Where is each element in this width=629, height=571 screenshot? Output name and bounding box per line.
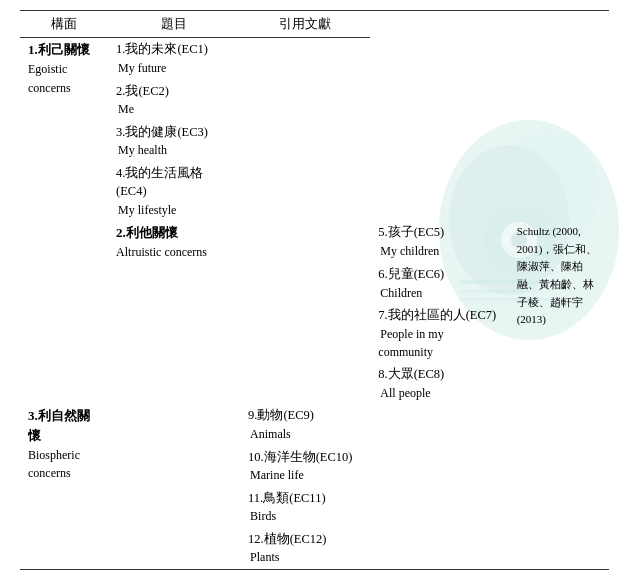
item-ec6: 6.兒童(EC6) Children xyxy=(370,263,508,304)
table-row: 1.利己關懷 Egoistic concerns 1.我的未來(EC1) My … xyxy=(20,38,609,80)
page-container: 構面 題目 引用文獻 1.利己關懷 Egoistic concerns 1.我的… xyxy=(0,0,629,571)
item-ec10: 10.海洋生物(EC10) Marine life xyxy=(240,446,370,487)
section1-label: 1.利己關懷 Egoistic concerns xyxy=(20,38,108,405)
item-ec3: 3.我的健康(EC3) My health xyxy=(108,121,240,162)
item-ec12: 12.植物(EC12) Plants xyxy=(240,528,370,570)
item-ec4: 4.我的生活風格(EC4) My lifestyle xyxy=(108,162,240,222)
item-ec9: 9.動物(EC9) Animals xyxy=(240,404,370,446)
item-ec7: 7.我的社區的人(EC7) People in my community xyxy=(370,304,508,363)
item-ec5: 5.孩子(EC5) My children xyxy=(370,221,508,263)
item-ec8: 8.大眾(EC8) All people xyxy=(370,363,508,404)
header-item: 題目 xyxy=(108,11,240,38)
item-ec2: 2.我(EC2) Me xyxy=(108,80,240,121)
section3-label: 3.利自然關懷 Biospheric concerns xyxy=(20,404,108,569)
item-ec11: 11.鳥類(EC11) Birds xyxy=(240,487,370,528)
section3-citation xyxy=(370,404,508,569)
item-ec1: 1.我的未來(EC1) My future xyxy=(108,38,240,80)
section1-citation xyxy=(240,38,370,405)
header-dimension: 構面 xyxy=(20,11,108,38)
section2-citation: Schultz (2000, 2001)，張仁和、陳淑萍、陳柏融、黃柏齡、林子棱… xyxy=(509,221,609,569)
section2-label: 2.利他關懷 Altruistic concerns xyxy=(108,221,240,569)
main-table: 構面 題目 引用文獻 1.利己關懷 Egoistic concerns 1.我的… xyxy=(20,10,609,570)
header-citation: 引用文獻 xyxy=(240,11,370,38)
